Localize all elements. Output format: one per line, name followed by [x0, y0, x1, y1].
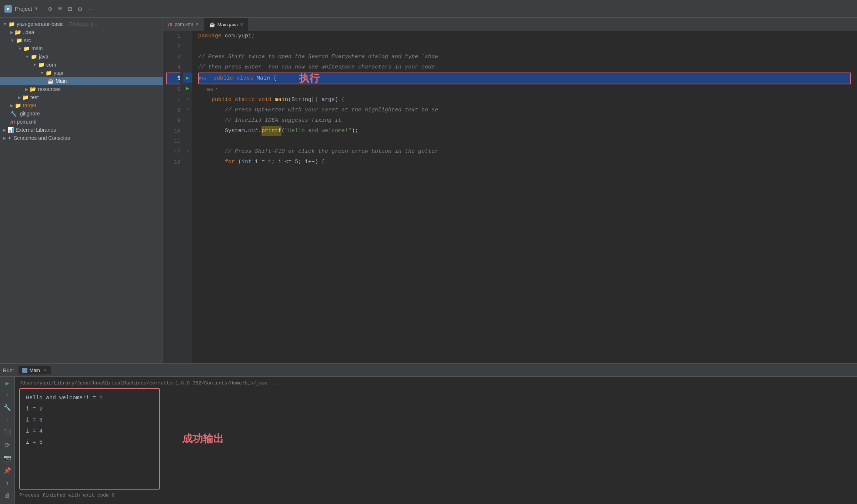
run-icon[interactable]: ▶ — [6, 380, 9, 387]
sidebar-item-gitignore[interactable]: 🔧 .gitignore — [0, 110, 163, 118]
sidebar-test-label: test — [30, 94, 39, 100]
sidebar: ▼ 📁 yuzi-generator-basic ~/Code/yuzi-g..… — [0, 18, 163, 363]
scratches-icon: ✦ — [7, 135, 12, 141]
lib-icon: 📊 — [7, 127, 14, 133]
code-line-12: for (int i = 1; i <= 5; i++) { — [198, 157, 851, 167]
scroll-down-icon[interactable]: ↓ — [6, 417, 9, 423]
wrench-icon[interactable]: 🔧 — [4, 404, 11, 411]
expand-arrow-com: ▼ — [33, 63, 37, 67]
editor-tabs: m pom.xml ✕ ☕ Main.java ✕ — [163, 18, 857, 31]
sidebar-item-yupi[interactable]: ▼ 📁 yupi — [0, 69, 163, 77]
sidebar-item-pom[interactable]: m pom.xml — [0, 118, 163, 126]
tab-main-close[interactable]: ✕ — [240, 22, 243, 27]
add-icon[interactable]: ⊕ — [48, 5, 52, 13]
method-main: main — [275, 95, 288, 105]
close-paren: ); — [351, 126, 358, 136]
print-icon[interactable]: 🖨 — [4, 492, 10, 499]
list-icon[interactable]: ≡ — [58, 5, 62, 13]
expand-arrow: ▼ — [3, 22, 7, 26]
code-line-9: System.out.printf("Hello and welcome!"); — [198, 126, 851, 136]
expand-arrow-resources: ▶ — [25, 87, 28, 92]
test-folder-icon: 📁 — [22, 94, 29, 100]
code-line-new-6: new * — [198, 84, 851, 95]
breakpoint-8: ◇ — [187, 107, 189, 111]
tab-main[interactable]: ☕ Main.java ✕ — [204, 18, 249, 31]
code-line-2 — [198, 41, 851, 52]
sidebar-item-ext-libs[interactable]: ▶ 📊 External Libraries — [0, 126, 163, 134]
code-line-3: // Press Shift twice to open the Search … — [198, 52, 851, 62]
toolbar: ▶ Project ▼ ⊕ ≡ ⊟ ⚙ — — [0, 0, 857, 18]
toolbar-dropdown-arrow[interactable]: ▼ — [35, 6, 38, 11]
folder-icon: 📁 — [9, 21, 15, 27]
output-area: Hello and welcome!i = 1 i = 2 i = 3 i = … — [15, 388, 857, 490]
code-content[interactable]: package com.yupi; // Press Shift twice t… — [192, 31, 857, 363]
toolbar-project-label: Project — [15, 6, 32, 12]
stop-icon[interactable]: ⬛ — [4, 429, 11, 436]
for-paren: ( — [238, 157, 241, 167]
sidebar-com-label: com — [46, 62, 56, 68]
sidebar-main-label: main — [31, 46, 43, 51]
run-tab-close[interactable]: ✕ — [44, 368, 47, 373]
sidebar-item-src[interactable]: ▼ 📁 src — [0, 36, 163, 44]
sidebar-item-test[interactable]: ▶ 📁 test — [0, 93, 163, 101]
tab-pom-close[interactable]: ✕ — [195, 22, 199, 27]
bottom-panel: Run: Main ✕ ▶ ↑ 🔧 ↓ ⬛ ⟳ 📷 📌 ⬆ 🖨 🗑 ⬛ /Use… — [0, 363, 857, 504]
code-line-5: new * public class Main { 执行 — [198, 73, 851, 84]
run-tab-main[interactable]: Main ✕ — [19, 366, 51, 374]
gutter: ▶ ▶ ◇ ◇ ◇ — [183, 31, 192, 363]
tab-pom[interactable]: m pom.xml ✕ — [163, 18, 204, 31]
expand-arrow-ext: ▶ — [3, 128, 6, 132]
keyword-public-6: public — [198, 95, 235, 105]
expand-arrow-main: ▼ — [18, 46, 22, 51]
run-arrow-5[interactable]: ▶ — [186, 75, 189, 81]
minimize-icon[interactable]: — — [88, 5, 92, 13]
code-line-6: public static void main(String[] args) { — [198, 95, 851, 105]
rerun-icon[interactable]: ⟳ — [4, 441, 10, 449]
sidebar-gitignore-label: .gitignore — [19, 111, 40, 117]
pin-icon[interactable]: 📌 — [4, 467, 11, 474]
java-icon: ☕ — [209, 22, 215, 27]
package-name: com.yupi; — [225, 31, 255, 41]
keyword-class: class — [237, 73, 257, 84]
sidebar-item-scratches[interactable]: ▶ ✦ Scratches and Consoles — [0, 134, 163, 142]
output-line-3: i = 3 — [26, 415, 153, 426]
comment-7: // Press Opt+Enter with your caret at th… — [198, 105, 438, 115]
exec-annotation-text: 执行 — [299, 73, 320, 84]
output-line-2: i = 2 — [26, 404, 153, 415]
sidebar-idea-label: .idea — [23, 29, 34, 35]
sidebar-item-root[interactable]: ▼ 📁 yuzi-generator-basic ~/Code/yuzi-g..… — [0, 20, 163, 28]
comment-8: // IntelliJ IDEA suggests fixing it. — [198, 115, 345, 126]
bottom-sidebar: ▶ ↑ 🔧 ↓ ⬛ ⟳ 📷 📌 ⬆ 🖨 🗑 ⬛ — [0, 377, 15, 504]
sidebar-java-label: java — [39, 54, 49, 60]
main-folder-icon: 📁 — [23, 46, 30, 51]
scroll-up-icon[interactable]: ↑ — [6, 392, 9, 399]
camera-icon[interactable]: 📷 — [4, 454, 11, 462]
output-line-4: i = 4 — [26, 426, 153, 437]
sidebar-resources-label: resources — [38, 86, 60, 92]
yupi-folder-icon: 📁 — [46, 70, 52, 76]
resources-folder-icon: 📂 — [30, 86, 36, 92]
printf-method: printf — [261, 126, 281, 136]
main-args: (String[] args) { — [288, 95, 345, 105]
export-icon[interactable]: ⬆ — [6, 480, 9, 487]
expand-arrow-test: ▶ — [18, 95, 21, 100]
run-path: /Users/yupi/Library/Java/JavaVirtualMach… — [15, 380, 857, 388]
sidebar-item-main[interactable]: ▼ 📁 main — [0, 44, 163, 53]
java-file-icon: ☕ — [47, 78, 54, 84]
settings-icon[interactable]: ⚙ — [78, 5, 82, 13]
sidebar-item-java[interactable]: ▼ 📁 java — [0, 53, 163, 61]
code-line-11: // Press Shift+F10 or click the green ar… — [198, 147, 851, 157]
sidebar-item-target[interactable]: ▶ 📁 target — [0, 101, 163, 110]
sidebar-item-idea[interactable]: ▶ 📂 .idea — [0, 28, 163, 36]
keyword-public-5: public — [213, 73, 237, 84]
src-folder-icon: 📁 — [16, 37, 22, 43]
sidebar-item-com[interactable]: ▼ 📁 com — [0, 61, 163, 69]
process-finished: Process finished with exit code 0 — [15, 490, 857, 501]
diff-icon[interactable]: ⊟ — [68, 5, 72, 13]
code-line-4: // then press Enter. You can now see whi… — [198, 62, 851, 73]
sidebar-scratches-label: Scratches and Consoles — [14, 135, 70, 141]
run-arrow-6[interactable]: ▶ — [186, 85, 189, 91]
sidebar-item-resources[interactable]: ▶ 📂 resources — [0, 85, 163, 93]
sidebar-item-main-java[interactable]: ☕ Main — [0, 77, 163, 85]
gitignore-icon: 🔧 — [10, 111, 17, 117]
